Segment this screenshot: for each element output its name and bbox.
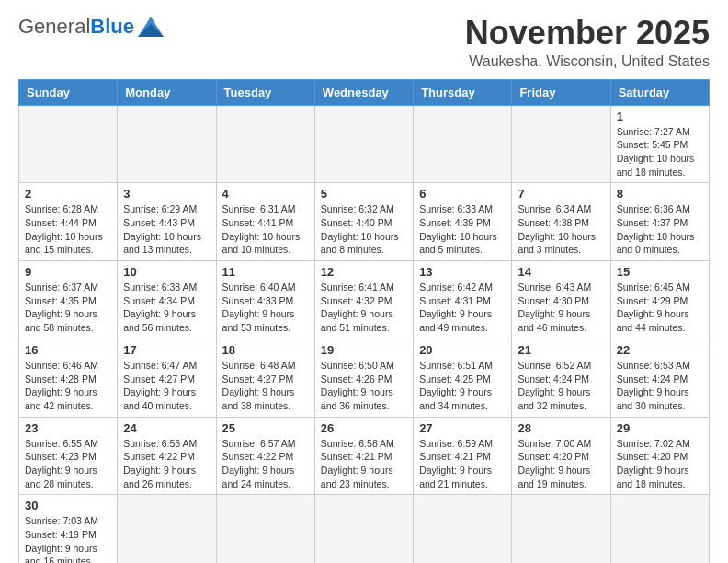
day-number: 7 — [518, 187, 604, 201]
day-number: 23 — [25, 421, 111, 435]
day-info: Sunrise: 6:43 AM Sunset: 4:30 PM Dayligh… — [518, 281, 604, 335]
day-number: 27 — [419, 421, 506, 435]
week-row-5: 23Sunrise: 6:55 AM Sunset: 4:23 PM Dayli… — [19, 417, 710, 495]
page: General Blue November 2025 Waukesha, Wis… — [0, 0, 728, 563]
day-number: 4 — [222, 187, 309, 201]
calendar-cell — [216, 495, 314, 563]
calendar-cell: 19Sunrise: 6:50 AM Sunset: 4:26 PM Dayli… — [314, 339, 413, 417]
calendar-cell: 25Sunrise: 6:57 AM Sunset: 4:22 PM Dayli… — [216, 417, 314, 495]
calendar-cell — [414, 495, 512, 563]
calendar-cell: 11Sunrise: 6:40 AM Sunset: 4:33 PM Dayli… — [216, 261, 314, 339]
calendar-cell: 24Sunrise: 6:56 AM Sunset: 4:22 PM Dayli… — [118, 417, 216, 495]
month-title: November 2025 — [465, 15, 710, 52]
day-info: Sunrise: 6:40 AM Sunset: 4:33 PM Dayligh… — [222, 281, 309, 335]
day-number: 13 — [419, 265, 506, 279]
day-number: 28 — [518, 421, 604, 435]
day-number: 26 — [321, 421, 407, 435]
weekday-header-wednesday: Wednesday — [314, 79, 413, 105]
calendar-cell: 2Sunrise: 6:28 AM Sunset: 4:44 PM Daylig… — [19, 183, 118, 261]
day-info: Sunrise: 7:03 AM Sunset: 4:19 PM Dayligh… — [25, 514, 111, 563]
day-info: Sunrise: 6:31 AM Sunset: 4:41 PM Dayligh… — [222, 202, 309, 257]
calendar-cell: 28Sunrise: 7:00 AM Sunset: 4:20 PM Dayli… — [512, 417, 610, 495]
day-info: Sunrise: 6:51 AM Sunset: 4:25 PM Dayligh… — [419, 359, 506, 413]
day-info: Sunrise: 6:53 AM Sunset: 4:24 PM Dayligh… — [617, 359, 703, 413]
calendar-cell: 14Sunrise: 6:43 AM Sunset: 4:30 PM Dayli… — [512, 261, 610, 339]
calendar-cell — [414, 105, 512, 183]
calendar-cell — [216, 105, 314, 183]
day-info: Sunrise: 6:33 AM Sunset: 4:39 PM Dayligh… — [419, 202, 506, 257]
day-info: Sunrise: 7:27 AM Sunset: 5:45 PM Dayligh… — [617, 125, 703, 179]
day-info: Sunrise: 7:02 AM Sunset: 4:20 PM Dayligh… — [617, 437, 703, 491]
calendar-cell: 21Sunrise: 6:52 AM Sunset: 4:24 PM Dayli… — [512, 339, 610, 417]
calendar-cell: 27Sunrise: 6:59 AM Sunset: 4:21 PM Dayli… — [414, 417, 512, 495]
day-number: 11 — [222, 265, 309, 279]
day-number: 2 — [25, 187, 111, 201]
calendar-cell — [118, 495, 216, 563]
day-number: 9 — [25, 265, 111, 279]
day-number: 14 — [518, 265, 604, 279]
day-number: 19 — [321, 343, 407, 357]
day-info: Sunrise: 7:00 AM Sunset: 4:20 PM Dayligh… — [518, 437, 604, 491]
day-number: 18 — [222, 343, 309, 357]
day-number: 12 — [321, 265, 407, 279]
week-row-6: 30Sunrise: 7:03 AM Sunset: 4:19 PM Dayli… — [19, 495, 710, 563]
calendar-cell: 4Sunrise: 6:31 AM Sunset: 4:41 PM Daylig… — [216, 183, 314, 261]
day-info: Sunrise: 6:56 AM Sunset: 4:22 PM Dayligh… — [123, 437, 210, 491]
day-number: 30 — [25, 499, 111, 512]
weekday-header-tuesday: Tuesday — [216, 79, 314, 105]
calendar-cell: 12Sunrise: 6:41 AM Sunset: 4:32 PM Dayli… — [314, 261, 413, 339]
day-info: Sunrise: 6:36 AM Sunset: 4:37 PM Dayligh… — [617, 202, 703, 257]
weekday-header-friday: Friday — [512, 79, 610, 105]
logo: General Blue — [18, 15, 164, 39]
calendar-header-row: SundayMondayTuesdayWednesdayThursdayFrid… — [19, 79, 710, 105]
day-number: 16 — [25, 343, 111, 357]
location-title: Waukesha, Wisconsin, United States — [465, 53, 710, 70]
day-info: Sunrise: 6:46 AM Sunset: 4:28 PM Dayligh… — [25, 359, 111, 413]
week-row-2: 2Sunrise: 6:28 AM Sunset: 4:44 PM Daylig… — [19, 183, 710, 261]
day-info: Sunrise: 6:34 AM Sunset: 4:38 PM Dayligh… — [518, 202, 604, 257]
calendar-cell: 13Sunrise: 6:42 AM Sunset: 4:31 PM Dayli… — [414, 261, 512, 339]
day-number: 20 — [419, 343, 506, 357]
day-info: Sunrise: 6:52 AM Sunset: 4:24 PM Dayligh… — [518, 359, 604, 413]
calendar-cell — [314, 105, 413, 183]
calendar-cell — [19, 105, 118, 183]
day-info: Sunrise: 6:32 AM Sunset: 4:40 PM Dayligh… — [321, 202, 407, 257]
logo-text: General Blue — [18, 15, 164, 39]
day-info: Sunrise: 6:45 AM Sunset: 4:29 PM Dayligh… — [617, 281, 703, 335]
calendar-cell: 16Sunrise: 6:46 AM Sunset: 4:28 PM Dayli… — [19, 339, 118, 417]
title-block: November 2025 Waukesha, Wisconsin, Unite… — [465, 15, 710, 70]
weekday-header-thursday: Thursday — [414, 79, 512, 105]
calendar-cell: 23Sunrise: 6:55 AM Sunset: 4:23 PM Dayli… — [19, 417, 118, 495]
week-row-1: 1Sunrise: 7:27 AM Sunset: 5:45 PM Daylig… — [19, 105, 710, 183]
calendar-cell — [314, 495, 413, 563]
day-info: Sunrise: 6:59 AM Sunset: 4:21 PM Dayligh… — [419, 437, 506, 491]
day-info: Sunrise: 6:55 AM Sunset: 4:23 PM Dayligh… — [25, 437, 111, 491]
header: General Blue November 2025 Waukesha, Wis… — [18, 15, 710, 70]
calendar-cell: 17Sunrise: 6:47 AM Sunset: 4:27 PM Dayli… — [118, 339, 216, 417]
day-number: 29 — [617, 421, 703, 435]
calendar-cell: 10Sunrise: 6:38 AM Sunset: 4:34 PM Dayli… — [118, 261, 216, 339]
day-number: 8 — [617, 187, 703, 201]
day-info: Sunrise: 6:58 AM Sunset: 4:21 PM Dayligh… — [321, 437, 407, 491]
calendar-cell: 29Sunrise: 7:02 AM Sunset: 4:20 PM Dayli… — [610, 417, 709, 495]
week-row-4: 16Sunrise: 6:46 AM Sunset: 4:28 PM Dayli… — [19, 339, 710, 417]
calendar-cell — [118, 105, 216, 183]
day-info: Sunrise: 6:57 AM Sunset: 4:22 PM Dayligh… — [222, 437, 309, 491]
day-info: Sunrise: 6:28 AM Sunset: 4:44 PM Dayligh… — [25, 202, 111, 257]
calendar-cell: 6Sunrise: 6:33 AM Sunset: 4:39 PM Daylig… — [414, 183, 512, 261]
calendar-cell: 26Sunrise: 6:58 AM Sunset: 4:21 PM Dayli… — [314, 417, 413, 495]
svg-marker-1 — [138, 24, 164, 37]
day-number: 6 — [419, 187, 506, 201]
day-number: 15 — [617, 265, 703, 279]
day-number: 3 — [123, 187, 210, 201]
logo-icon — [138, 17, 164, 37]
day-info: Sunrise: 6:37 AM Sunset: 4:35 PM Dayligh… — [25, 281, 111, 335]
day-number: 10 — [123, 265, 210, 279]
day-number: 17 — [123, 343, 210, 357]
day-info: Sunrise: 6:48 AM Sunset: 4:27 PM Dayligh… — [222, 359, 309, 413]
calendar-cell: 22Sunrise: 6:53 AM Sunset: 4:24 PM Dayli… — [610, 339, 709, 417]
calendar-cell — [512, 105, 610, 183]
day-number: 5 — [321, 187, 407, 201]
day-number: 1 — [617, 109, 703, 123]
calendar-cell: 9Sunrise: 6:37 AM Sunset: 4:35 PM Daylig… — [19, 261, 118, 339]
